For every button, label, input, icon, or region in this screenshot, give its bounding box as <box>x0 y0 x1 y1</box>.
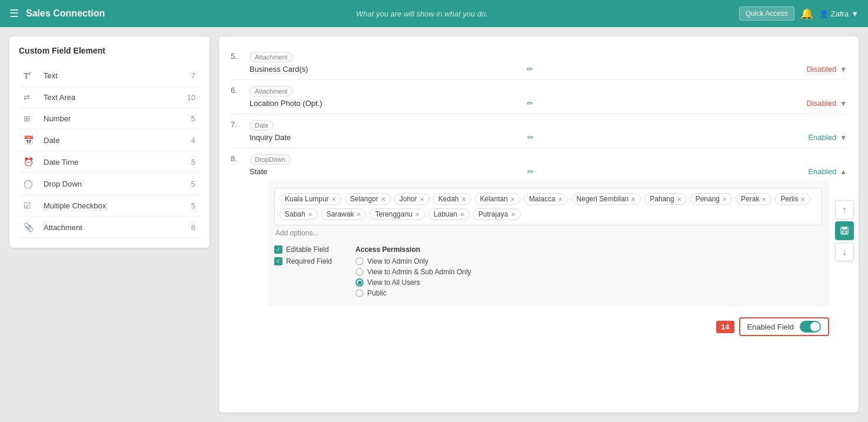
tag-perlis: Perlis ✕ <box>775 193 810 205</box>
tag-terengganu: Terengganu ✕ <box>370 208 424 220</box>
svg-rect-3 <box>843 231 846 233</box>
move-down-button[interactable]: ↓ <box>835 242 854 261</box>
tag-malacca: Malacca ✕ <box>524 193 568 205</box>
required-field-label: Required Field <box>286 257 332 265</box>
edit-icon-5[interactable]: ✏ <box>527 65 533 74</box>
move-up-button[interactable]: ↑ <box>835 200 854 219</box>
type-badge-6: Attachment <box>250 86 293 97</box>
field-item-date[interactable]: 📅 Date 4 <box>19 129 200 151</box>
header-tagline: What you are will show in what you do. <box>356 9 488 18</box>
right-panel: 5. Attachment Business Card(s) ✏ Disable… <box>219 36 859 413</box>
radio-admin-only-label: View to Admin Only <box>367 257 428 265</box>
field-item-datetime[interactable]: ⏰ Date Time 5 <box>19 151 200 173</box>
edit-icon-6[interactable]: ✏ <box>527 99 533 108</box>
type-badge-7: Date <box>250 120 274 131</box>
field-count-text: 7 <box>191 71 195 80</box>
date-icon: 📅 <box>24 135 38 145</box>
radio-all-users-button[interactable] <box>355 278 364 287</box>
field-item-text[interactable]: Tr Text 7 <box>19 65 200 87</box>
user-menu[interactable]: 👤 Zafra ▼ <box>819 9 859 18</box>
field-rows-container: 5. Attachment Business Card(s) ✏ Disable… <box>219 46 859 345</box>
field-item-checkbox[interactable]: ☑ Multiple Checkbox 5 <box>19 195 200 217</box>
tag-labuan: Labuan ✕ <box>428 208 470 220</box>
text-icon: Tr <box>24 71 38 81</box>
enabled-field-badge: 14 <box>716 321 734 333</box>
radio-admin-sub[interactable]: View to Admin & Sub Admin Only <box>355 268 822 276</box>
save-button[interactable] <box>835 221 854 240</box>
field-item-number[interactable]: ⊞ Number 5 <box>19 108 200 129</box>
tag-kuala-lumpur: Kuala Lumpur ✕ <box>280 193 341 205</box>
field-row-7: 7. Date Inquiry Date ✏ Enabled ▼ <box>231 114 847 148</box>
tag-negeri-sembilan: Negeri Sembilan ✕ <box>571 193 641 205</box>
field-status-8: Enabled <box>808 167 836 176</box>
field-count-textarea: 10 <box>187 93 195 102</box>
side-actions: ↑ ↓ <box>835 200 854 261</box>
edit-icon-7[interactable]: ✏ <box>527 133 534 142</box>
quick-access-button[interactable]: Quick Access <box>739 6 794 21</box>
svg-rect-1 <box>842 227 847 230</box>
radio-all-users-inner <box>358 281 362 285</box>
field-count-checkbox: 5 <box>191 201 195 210</box>
save-icon <box>840 227 849 235</box>
enabled-field-label: Enabled Field <box>747 323 794 331</box>
radio-public-button[interactable] <box>355 289 364 297</box>
field-row-8: 8. DropDown State ✏ Enabled ▲ <box>231 148 847 345</box>
chevron-6[interactable]: ▼ <box>840 99 847 108</box>
field-count-number: 5 <box>191 114 195 123</box>
enabled-field-box: Enabled Field <box>739 317 830 336</box>
field-item-textarea[interactable]: ⇄ Text Area 10 <box>19 87 200 108</box>
hamburger-menu[interactable]: ☰ <box>9 7 19 20</box>
field-name-7: Inquiry Date <box>250 133 524 142</box>
main-content: Custom Field Element Tr Text 7 ⇄ Text Ar… <box>0 27 868 422</box>
editable-field-item[interactable]: ✓ Editable Field <box>274 245 332 254</box>
notification-icon[interactable]: 🔔 <box>800 7 813 20</box>
radio-all-users-label: View to All Users <box>367 278 420 287</box>
textarea-icon: ⇄ <box>24 93 38 102</box>
tag-selangor: Selangor ✕ <box>345 193 391 205</box>
field-label-text: Text <box>44 71 191 80</box>
field-name-6: Location Photo (Opt.) <box>250 99 523 108</box>
left-panel: Custom Field Element Tr Text 7 ⇄ Text Ar… <box>9 36 209 248</box>
field-status-6: Disabled <box>807 99 837 108</box>
field-item-dropdown[interactable]: ◯ Drop Down 5 <box>19 173 200 195</box>
required-field-checkbox[interactable]: ✓ <box>274 257 282 265</box>
chevron-8[interactable]: ▲ <box>840 168 847 176</box>
field-status-5: Disabled <box>807 65 837 74</box>
radio-admin-sub-label: View to Admin & Sub Admin Only <box>367 268 471 276</box>
radio-public-label: Public <box>367 289 387 297</box>
radio-admin-only-button[interactable] <box>355 257 364 265</box>
field-item-attachment[interactable]: 📎 Attachment 8 <box>19 217 200 238</box>
dropdown-expanded-section: Kuala Lumpur ✕ Selangor ✕ Johor ✕ Kedah … <box>267 181 829 307</box>
radio-admin-only[interactable]: View to Admin Only <box>355 257 822 265</box>
type-badge-8: DropDown <box>250 154 291 165</box>
required-field-item[interactable]: ✓ Required Field <box>274 257 332 265</box>
radio-public[interactable]: Public <box>355 289 822 297</box>
radio-all-users[interactable]: View to All Users <box>355 278 822 287</box>
tag-perak: Perak ✕ <box>736 193 771 205</box>
editable-field-checkbox[interactable]: ✓ <box>274 245 282 254</box>
tag-sabah: Sabah ✕ <box>280 208 318 220</box>
chevron-5[interactable]: ▼ <box>840 65 847 74</box>
type-badge-5: Attachment <box>250 52 293 62</box>
field-row-5: 5. Attachment Business Card(s) ✏ Disable… <box>231 46 847 80</box>
checkbox-icon: ☑ <box>24 201 38 210</box>
dropdown-icon: ◯ <box>24 179 38 188</box>
row-number-6: 6. <box>231 86 245 95</box>
field-label-attachment: Attachment <box>44 223 191 232</box>
app-header: ☰ Sales Connection What you are will sho… <box>0 0 868 27</box>
field-label-checkbox: Multiple Checkbox <box>44 201 191 210</box>
brand-name: Sales Connection <box>26 8 105 19</box>
enabled-field-toggle[interactable] <box>800 321 821 333</box>
form-options: ✓ Editable Field ✓ Required Field <box>274 245 822 300</box>
field-name-8: State <box>250 167 524 176</box>
tag-pahang: Pahang ✕ <box>644 193 686 205</box>
chevron-7[interactable]: ▼ <box>840 134 847 142</box>
number-icon: ⊞ <box>24 114 38 123</box>
add-options-link[interactable]: Add options... <box>274 225 822 238</box>
field-label-datetime: Date Time <box>44 158 191 167</box>
tags-area: Kuala Lumpur ✕ Selangor ✕ Johor ✕ Kedah … <box>274 188 822 225</box>
tag-johor: Johor ✕ <box>394 193 430 205</box>
edit-icon-8[interactable]: ✏ <box>527 167 534 176</box>
row-number-7: 7. <box>231 120 245 129</box>
radio-admin-sub-button[interactable] <box>355 268 364 276</box>
